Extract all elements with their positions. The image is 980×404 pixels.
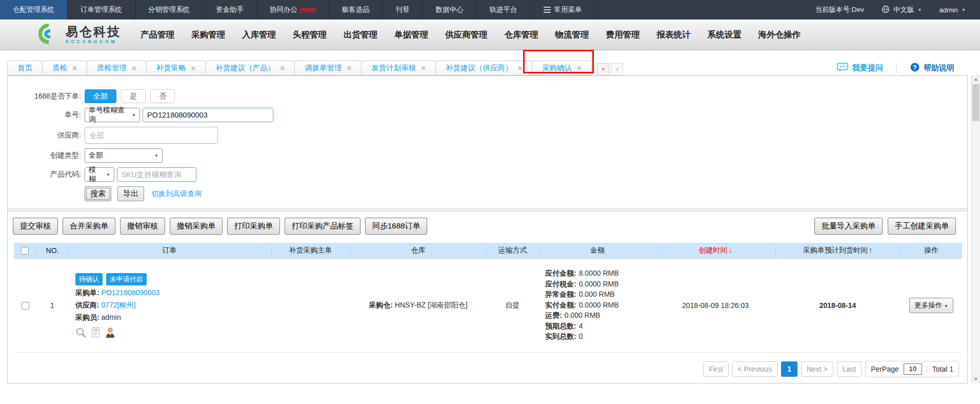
page-tab[interactable]: 补货建议（供应商）× <box>435 61 532 75</box>
ask-question-button[interactable]: 我要提问 <box>824 63 896 73</box>
menu-item[interactable]: 物流管理 <box>555 29 589 41</box>
advanced-query-link[interactable]: 切换到高级查询 <box>151 189 202 199</box>
segment-option[interactable]: 全部 <box>85 89 116 103</box>
language-switch[interactable]: 中文版 ▼ <box>882 5 922 15</box>
system-tab[interactable]: 轨迹平台 <box>477 0 531 20</box>
menu-item[interactable]: 入库管理 <box>242 29 276 41</box>
sort-arrow-icon[interactable]: ↓ <box>729 246 732 254</box>
system-tab[interactable]: 数据中心 <box>423 0 477 20</box>
scrollbar-thumb[interactable] <box>972 84 979 121</box>
close-icon[interactable]: × <box>577 64 582 72</box>
system-tab[interactable]: 协同办公 (999) <box>257 0 329 20</box>
help-button[interactable]: ? 帮助说明 <box>896 63 968 73</box>
amount-line: 实付金额:0.0000 RMB <box>545 301 656 310</box>
supplier-input[interactable] <box>85 127 218 144</box>
sku-input[interactable] <box>117 167 196 182</box>
close-icon[interactable]: × <box>347 64 352 72</box>
menu-item[interactable]: 报表统计 <box>657 29 691 41</box>
toolbar-button[interactable]: 批量导入采购单 <box>814 218 883 235</box>
pagination-last[interactable]: Last <box>837 361 862 377</box>
po-number-link[interactable]: PO121808090003 <box>102 288 160 297</box>
system-tab[interactable]: 仓配管理系统 <box>0 0 68 20</box>
sku-mode-select[interactable]: 模糊 ▼ <box>85 167 114 182</box>
scroll-up-arrow-icon[interactable]: ▲ <box>972 75 980 84</box>
select-all-checkbox[interactable] <box>21 247 29 255</box>
segment-option[interactable]: 否 <box>150 89 175 103</box>
orderno-mode-select[interactable]: 单号模糊查询 ▼ <box>85 108 140 122</box>
pagination-previous[interactable]: < Previous <box>732 361 778 377</box>
buyer-person-icon[interactable] <box>105 327 115 338</box>
toolbar-button[interactable]: 合并采购单 <box>63 218 115 235</box>
document-note-icon[interactable] <box>91 327 101 338</box>
system-tab[interactable]: 刊登 <box>383 0 423 20</box>
menu-item[interactable]: 头程管理 <box>293 29 327 41</box>
menu-item[interactable]: 仓库管理 <box>505 29 538 41</box>
close-icon[interactable]: × <box>191 64 196 72</box>
page-tab[interactable]: 采购确认× <box>532 61 592 75</box>
page-tab-label: 发货计划审核 <box>371 63 416 73</box>
system-nav: 仓配管理系统订单管理系统分销管理系统资金助手协同办公 (999)极客选品刊登数据… <box>0 0 595 20</box>
table-header-row: NO.订单补货采购主单仓库运输方式金额创建时间↓采购单预计到货时间↑操作 <box>14 243 962 258</box>
page-tab[interactable]: 质检× <box>42 61 87 75</box>
menu-item[interactable]: 出货管理 <box>344 29 377 41</box>
page-tab[interactable]: 首页 <box>7 61 43 75</box>
menu-item[interactable]: 单据管理 <box>394 29 428 41</box>
column-header: 创建时间↓ <box>656 243 775 258</box>
pagination-page-1[interactable]: 1 <box>781 361 797 377</box>
page-tab[interactable]: 补货策略× <box>146 61 206 75</box>
system-tab[interactable]: 极客选品 <box>329 0 383 20</box>
sort-arrow-icon[interactable]: ↑ <box>869 246 872 254</box>
menu-item[interactable]: 产品管理 <box>141 29 174 41</box>
page-tab[interactable]: 补货建议（产品）× <box>205 61 295 75</box>
column-header-label: 采购单预计到货时间 <box>803 246 868 254</box>
system-tab[interactable]: 资金助手 <box>203 0 257 20</box>
menu-item[interactable]: 费用管理 <box>606 29 640 41</box>
system-tab[interactable]: 订单管理系统 <box>68 0 135 20</box>
orderno-input[interactable] <box>143 108 273 122</box>
toolbar-button[interactable]: 打印采购单 <box>227 218 280 235</box>
page-tab[interactable]: 发货计划审核× <box>361 61 436 75</box>
close-icon[interactable]: × <box>421 64 426 72</box>
close-icon[interactable]: × <box>280 64 285 72</box>
amount-value: 0.000 RMB <box>579 290 615 299</box>
row-amount-cell: 应付金额:8.0000 RMB应付税金:0.0000 RMB异常金额:0.000… <box>539 258 656 352</box>
pagination-next[interactable]: Next > <box>801 361 833 377</box>
perpage-input[interactable] <box>904 363 922 375</box>
tab-close-button[interactable]: × <box>611 63 623 75</box>
tab-list-dropdown-button[interactable]: ▼ <box>597 63 609 75</box>
system-tab[interactable]: 常用菜单 <box>531 0 595 20</box>
menu-item[interactable]: 系统设置 <box>708 29 742 41</box>
menu-item[interactable]: 采购管理 <box>191 29 225 41</box>
export-button[interactable]: 导出 <box>117 186 144 201</box>
search-button[interactable]: 搜索 <box>85 186 111 201</box>
column-header-label: 补货采购主单 <box>289 246 332 254</box>
page-tab[interactable]: 调拨单管理× <box>294 61 362 75</box>
createtype-select[interactable]: 全部 ▼ <box>85 148 163 163</box>
supplier-link[interactable]: 0772[柳州] <box>102 301 136 309</box>
magnifier-icon[interactable] <box>75 327 87 338</box>
close-icon[interactable]: × <box>518 64 523 72</box>
row-checkbox[interactable] <box>22 302 29 310</box>
close-icon[interactable]: × <box>72 64 77 72</box>
pagination-first[interactable]: First <box>703 361 728 377</box>
menu-item[interactable]: 供应商管理 <box>445 29 488 41</box>
user-menu[interactable]: admin ▼ <box>939 6 966 14</box>
toolbar-button[interactable]: 撤销采购单 <box>170 218 223 235</box>
buyer-line: 采购员: admin <box>75 313 121 322</box>
close-icon[interactable]: × <box>132 64 136 72</box>
toolbar-button[interactable]: 打印采购产品标签 <box>285 218 361 235</box>
toolbar-button[interactable]: 提交审核 <box>13 218 58 235</box>
more-actions-button[interactable]: 更多操作 ▼ <box>909 298 953 313</box>
row-shipping-cell: 自提 <box>486 258 539 352</box>
toolbar-button[interactable]: 撤销审核 <box>120 218 165 235</box>
logo-icon <box>37 23 61 47</box>
scroll-down-arrow-icon[interactable]: ▼ <box>972 375 980 383</box>
toolbar-button[interactable]: 同步1688订单 <box>365 218 427 235</box>
system-tab[interactable]: 分销管理系统 <box>135 0 203 20</box>
vertical-scrollbar[interactable]: ▲ ▼ <box>971 75 980 383</box>
menu-item[interactable]: 海外仓操作 <box>758 29 801 41</box>
toolbar-button[interactable]: 手工创建采购单 <box>888 218 956 235</box>
page-tab[interactable]: 质检管理× <box>87 61 147 75</box>
segment-option[interactable]: 是 <box>121 89 146 103</box>
buyer-label: 采购员: <box>75 313 99 321</box>
